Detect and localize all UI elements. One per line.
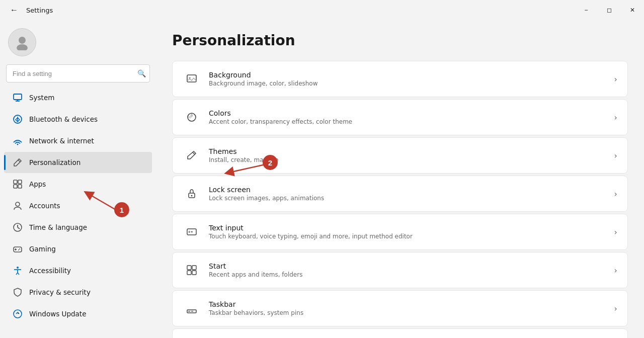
colors-chevron: › (614, 113, 617, 122)
colors-desc: Accent color, transparency effects, colo… (209, 118, 614, 125)
sidebar-item-time[interactable]: Time & language (4, 217, 152, 238)
settings-item-colors[interactable]: Colors Accent color, transparency effect… (172, 99, 628, 135)
svg-rect-10 (14, 185, 17, 188)
sidebar-item-label-update: Windows Update (29, 310, 86, 318)
background-title: Background (209, 71, 614, 79)
svg-point-1 (17, 44, 28, 50)
accounts-icon (12, 200, 23, 211)
settings-item-background[interactable]: Background Background image, color, slid… (172, 61, 628, 97)
settings-item-textinput[interactable]: Text input Touch keyboard, voice typing,… (172, 214, 628, 250)
privacy-icon (12, 287, 23, 298)
background-chevron: › (614, 74, 617, 84)
sidebar-item-label-time: Time & language (29, 223, 87, 231)
personalization-icon (12, 157, 23, 168)
sidebar-item-update[interactable]: Windows Update (4, 303, 152, 324)
settings-list: Background Background image, color, slid… (172, 61, 628, 338)
start-chevron: › (614, 266, 617, 275)
sidebar-item-label-gaming: Gaming (29, 245, 56, 253)
settings-item-start[interactable]: Start Recent apps and items, folders › (172, 252, 628, 288)
sidebar-item-gaming[interactable]: Gaming (4, 238, 152, 260)
svg-point-12 (16, 202, 20, 206)
taskbar-desc: Taskbar behaviors, system pins (209, 309, 614, 316)
sidebar-item-label-apps: Apps (29, 180, 46, 188)
textinput-chevron: › (614, 227, 617, 237)
page-title: Personalization (172, 32, 628, 49)
bluetooth-icon (12, 114, 23, 125)
textinput-icon (183, 223, 201, 241)
lockscreen-desc: Lock screen images, apps, animations (209, 195, 614, 202)
network-icon (12, 135, 23, 146)
taskbar-icon (183, 299, 201, 317)
textinput-title: Text input (209, 224, 614, 232)
search-box: 🔍 (6, 64, 150, 82)
lockscreen-chevron: › (614, 189, 617, 199)
taskbar-chevron: › (614, 304, 617, 313)
sidebar-item-network[interactable]: Network & internet (4, 130, 152, 151)
settings-item-lockscreen[interactable]: Lock screen Lock screen images, apps, an… (172, 176, 628, 212)
colors-icon (183, 108, 201, 126)
accessibility-icon (12, 265, 23, 276)
themes-title: Themes (209, 147, 614, 155)
taskbar-title: Taskbar (209, 300, 614, 308)
themes-desc: Install, create, manage (209, 156, 614, 163)
svg-point-32 (191, 195, 193, 197)
minimize-button[interactable]: − (575, 0, 598, 20)
svg-line-7 (18, 160, 20, 162)
settings-item-fonts[interactable]: Aa Fonts › (172, 328, 628, 338)
nav-list: System Bluetooth & devices Network & int… (0, 87, 156, 325)
colors-title: Colors (209, 109, 614, 117)
svg-point-6 (17, 144, 19, 145)
back-button[interactable]: ← (6, 0, 22, 20)
svg-rect-42 (191, 311, 193, 312)
sidebar-item-label-network: Network & internet (29, 137, 94, 145)
svg-rect-37 (192, 266, 196, 270)
svg-rect-2 (14, 94, 22, 100)
settings-item-themes[interactable]: Themes Install, create, manage › (172, 137, 628, 174)
sidebar-item-system[interactable]: System (4, 87, 152, 108)
svg-line-15 (18, 227, 20, 229)
svg-rect-41 (188, 311, 190, 312)
background-icon (183, 70, 201, 88)
svg-point-21 (17, 267, 19, 269)
system-icon (12, 92, 23, 103)
sidebar-item-label-system: System (29, 94, 54, 102)
start-title: Start (209, 262, 614, 270)
sidebar-item-label-personalization: Personalization (29, 158, 80, 166)
svg-rect-38 (187, 271, 191, 275)
svg-point-20 (18, 249, 19, 250)
svg-rect-9 (18, 180, 22, 184)
search-input[interactable] (6, 64, 150, 82)
sidebar-item-label-accessibility: Accessibility (29, 267, 71, 275)
maximize-button[interactable]: ◻ (598, 0, 621, 20)
sidebar-item-personalization[interactable]: Personalization (4, 152, 152, 173)
start-icon (183, 261, 201, 279)
sidebar-item-label-bluetooth: Bluetooth & devices (29, 115, 98, 123)
title-bar-left: ← Settings (6, 0, 53, 20)
gaming-icon (12, 243, 23, 255)
svg-line-30 (193, 152, 195, 154)
sidebar-item-bluetooth[interactable]: Bluetooth & devices (4, 109, 152, 130)
lockscreen-icon (183, 185, 201, 203)
sidebar-item-apps[interactable]: Apps (4, 174, 152, 195)
sidebar-item-accessibility[interactable]: Accessibility (4, 260, 152, 281)
sidebar-item-privacy[interactable]: Privacy & security (4, 282, 152, 303)
main-content: Personalization Background Background im… (156, 20, 644, 338)
svg-point-0 (19, 37, 26, 44)
time-icon (12, 222, 23, 233)
sidebar-item-accounts[interactable]: Accounts (4, 195, 152, 216)
search-icon: 🔍 (137, 69, 146, 77)
close-button[interactable]: ✕ (621, 0, 644, 20)
svg-line-25 (18, 273, 19, 275)
avatar[interactable] (8, 28, 36, 56)
svg-point-19 (19, 248, 20, 249)
lockscreen-title: Lock screen (209, 186, 614, 194)
svg-rect-8 (14, 180, 17, 184)
update-icon (12, 308, 23, 319)
svg-rect-39 (192, 271, 196, 275)
title-bar-title: Settings (26, 7, 53, 14)
start-desc: Recent apps and items, folders (209, 271, 614, 278)
textinput-desc: Touch keyboard, voice typing, emoji and … (209, 233, 614, 240)
sidebar-item-label-privacy: Privacy & security (29, 288, 91, 296)
settings-item-taskbar[interactable]: Taskbar Taskbar behaviors, system pins › (172, 290, 628, 326)
svg-rect-36 (187, 266, 191, 270)
